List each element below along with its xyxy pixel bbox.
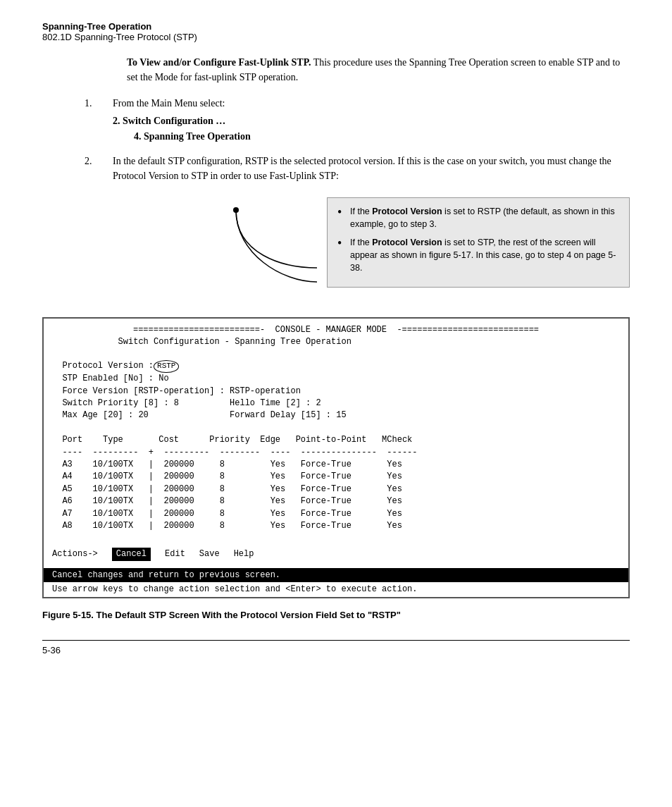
action-help[interactable]: Help	[234, 548, 254, 560]
page-container: Spanning-Tree Operation 802.1D Spanning-…	[0, 0, 672, 670]
console-screen: =========================- CONSOLE - MAN…	[42, 317, 630, 598]
step2-text: In the default STP configuration, RSTP i…	[113, 154, 630, 183]
step2-num: 2.	[85, 154, 113, 168]
list-item-1: 1. From the Main Menu select: 2. Switch …	[42, 96, 630, 145]
header-section: Spanning-Tree Operation 802.1D Spanning-…	[42, 21, 630, 42]
step1-content: From the Main Menu select: 2. Switch Con…	[113, 96, 630, 145]
page-number: 5-36	[42, 645, 630, 655]
console-protocol: Protocol Version :RSTP	[52, 360, 620, 373]
header-subtitle: 802.1D Spanning-Tree Protocol (STP)	[42, 32, 630, 42]
step2-content: In the default STP configuration, RSTP i…	[113, 154, 630, 183]
svg-point-0	[233, 207, 239, 213]
menu-line1: 2. Switch Configuration …	[113, 113, 630, 129]
callout2-bold: Protocol Version	[372, 238, 442, 247]
rstp-value: RSTP	[154, 360, 179, 373]
header-title: Spanning-Tree Operation	[42, 21, 630, 32]
console-col-header: Port Type Cost Priority Edge Point-to-Po…	[52, 434, 620, 446]
figure-caption-text: Figure 5-15. The Default STP Screen With…	[42, 610, 401, 620]
callout-item-2: • If the Protocol Version is set to STP,…	[337, 236, 619, 274]
console-hint-bar: Use arrow keys to change action selectio…	[44, 582, 628, 597]
console-row-a7: A7 10/100TX | 200000 8 Yes Force-True Ye…	[52, 508, 620, 520]
console-stp-enabled: STP Enabled [No] : No	[52, 373, 620, 385]
console-maxage: Max Age [20] : 20 Forward Delay [15] : 1…	[52, 409, 620, 421]
intro-bold: To View and/or Configure Fast-Uplink STP…	[127, 57, 311, 68]
console-blank1	[52, 348, 620, 360]
bullet-2: •	[337, 237, 346, 250]
bullet-1: •	[337, 206, 346, 218]
console-blank3	[52, 532, 620, 544]
console-row-a6: A6 10/100TX | 200000 8 Yes Force-True Ye…	[52, 495, 620, 507]
console-blank2	[52, 422, 620, 434]
main-content: To View and/or Configure Fast-Uplink STP…	[42, 55, 630, 620]
menu-steps: 2. Switch Configuration … 4. Spanning Tr…	[113, 113, 630, 145]
console-subheader: Switch Configuration - Spanning Tree Ope…	[52, 336, 620, 348]
list-item-2: 2. In the default STP configuration, RST…	[42, 154, 630, 183]
console-status-bar: Cancel changes and return to previous sc…	[44, 568, 628, 583]
intro-paragraph: To View and/or Configure Fast-Uplink STP…	[127, 55, 630, 85]
actions-label: Actions->	[52, 548, 98, 560]
action-save[interactable]: Save	[199, 548, 220, 560]
console-col-sep: ---- --------- + --------- -------- ----…	[52, 447, 620, 459]
console-row-a8: A8 10/100TX | 200000 8 Yes Force-True Ye…	[52, 520, 620, 532]
console-header: =========================- CONSOLE - MAN…	[52, 324, 620, 336]
callout-area: • If the Protocol Version is set to RSTP…	[42, 197, 630, 310]
console-row-a5: A5 10/100TX | 200000 8 Yes Force-True Ye…	[52, 483, 620, 495]
step1-num: 1.	[85, 96, 113, 111]
callout1-bold: Protocol Version	[372, 207, 442, 216]
action-cancel[interactable]: Cancel	[112, 548, 151, 561]
menu-line2: 4. Spanning Tree Operation	[134, 129, 630, 144]
callout-item-1: • If the Protocol Version is set to RSTP…	[337, 205, 619, 230]
callout-box: • If the Protocol Version is set to RSTP…	[327, 197, 630, 288]
callout-text-2: If the Protocol Version is set to STP, t…	[350, 236, 619, 274]
figure-caption: Figure 5-15. The Default STP Screen With…	[42, 610, 630, 620]
step1-text: From the Main Menu select:	[113, 96, 630, 111]
numbered-list: 1. From the Main Menu select: 2. Switch …	[42, 96, 630, 183]
page-footer: 5-36	[42, 640, 630, 655]
arrow-svg	[127, 197, 338, 310]
console-row-a4: A4 10/100TX | 200000 8 Yes Force-True Ye…	[52, 471, 620, 483]
console-row-a3: A3 10/100TX | 200000 8 Yes Force-True Ye…	[52, 459, 620, 471]
action-edit[interactable]: Edit	[165, 548, 185, 560]
console-content: =========================- CONSOLE - MAN…	[44, 319, 628, 568]
callout-text-1: If the Protocol Version is set to RSTP (…	[350, 205, 619, 230]
console-priority: Switch Priority [8] : 8 Hello Time [2] :…	[52, 398, 620, 409]
actions-bar: Actions-> Cancel Edit Save Help	[52, 548, 620, 561]
console-force-version: Force Version [RSTP-operation] : RSTP-op…	[52, 386, 620, 398]
